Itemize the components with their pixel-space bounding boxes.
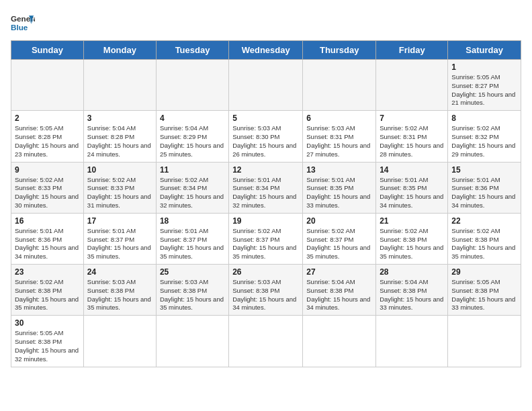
day-info: Sunrise: 5:02 AM Sunset: 8:31 PM Dayligh… (380, 124, 444, 158)
day-info: Sunrise: 5:04 AM Sunset: 8:38 PM Dayligh… (306, 278, 372, 312)
day-number: 9 (15, 165, 80, 175)
week-row-4: 16Sunrise: 5:01 AM Sunset: 8:36 PM Dayli… (11, 213, 521, 264)
calendar-cell: 9Sunrise: 5:02 AM Sunset: 8:33 PM Daylig… (11, 162, 84, 213)
logo: General Blue (11, 11, 35, 35)
week-row-2: 2Sunrise: 5:05 AM Sunset: 8:28 PM Daylig… (11, 111, 521, 162)
day-info: Sunrise: 5:01 AM Sunset: 8:36 PM Dayligh… (15, 227, 80, 261)
day-info: Sunrise: 5:04 AM Sunset: 8:28 PM Dayligh… (87, 124, 152, 158)
calendar-table: SundayMondayTuesdayWednesdayThursdayFrid… (11, 40, 521, 367)
week-row-6: 30Sunrise: 5:05 AM Sunset: 8:38 PM Dayli… (11, 316, 521, 367)
day-number: 16 (15, 216, 80, 226)
calendar-cell: 26Sunrise: 5:03 AM Sunset: 8:38 PM Dayli… (229, 265, 303, 316)
day-info: Sunrise: 5:02 AM Sunset: 8:38 PM Dayligh… (380, 227, 444, 261)
calendar-cell (376, 316, 448, 367)
calendar-cell (83, 316, 156, 367)
day-info: Sunrise: 5:02 AM Sunset: 8:38 PM Dayligh… (15, 278, 80, 312)
calendar-cell (303, 60, 376, 111)
day-info: Sunrise: 5:05 AM Sunset: 8:38 PM Dayligh… (15, 329, 80, 363)
day-number: 19 (232, 216, 299, 226)
calendar-cell: 19Sunrise: 5:02 AM Sunset: 8:37 PM Dayli… (229, 213, 303, 264)
calendar-cell: 17Sunrise: 5:01 AM Sunset: 8:37 PM Dayli… (83, 213, 156, 264)
day-info: Sunrise: 5:03 AM Sunset: 8:38 PM Dayligh… (232, 278, 299, 312)
logo-icon: General Blue (11, 11, 35, 35)
day-number: 2 (15, 113, 80, 123)
day-number: 22 (451, 216, 517, 226)
day-info: Sunrise: 5:03 AM Sunset: 8:38 PM Dayligh… (87, 278, 152, 312)
day-info: Sunrise: 5:03 AM Sunset: 8:38 PM Dayligh… (160, 278, 225, 312)
day-number: 15 (451, 165, 517, 175)
calendar-cell: 23Sunrise: 5:02 AM Sunset: 8:38 PM Dayli… (11, 265, 84, 316)
day-info: Sunrise: 5:02 AM Sunset: 8:34 PM Dayligh… (160, 176, 225, 210)
calendar-cell (11, 60, 84, 111)
week-row-3: 9Sunrise: 5:02 AM Sunset: 8:33 PM Daylig… (11, 162, 521, 213)
week-row-1: 1Sunrise: 5:05 AM Sunset: 8:27 PM Daylig… (11, 60, 521, 111)
calendar-cell: 12Sunrise: 5:01 AM Sunset: 8:34 PM Dayli… (229, 162, 303, 213)
calendar-cell (448, 316, 521, 367)
calendar-cell (156, 316, 228, 367)
day-number: 6 (306, 113, 372, 123)
week-row-5: 23Sunrise: 5:02 AM Sunset: 8:38 PM Dayli… (11, 265, 521, 316)
calendar-cell: 28Sunrise: 5:04 AM Sunset: 8:38 PM Dayli… (376, 265, 448, 316)
day-number: 26 (232, 267, 299, 277)
day-header-thursday: Thursday (303, 41, 376, 60)
day-info: Sunrise: 5:01 AM Sunset: 8:35 PM Dayligh… (380, 176, 444, 210)
day-number: 4 (160, 113, 225, 123)
calendar-cell: 27Sunrise: 5:04 AM Sunset: 8:38 PM Dayli… (303, 265, 376, 316)
day-number: 21 (380, 216, 444, 226)
calendar-cell: 4Sunrise: 5:04 AM Sunset: 8:29 PM Daylig… (156, 111, 228, 162)
day-number: 1 (451, 62, 517, 72)
calendar-cell (83, 60, 156, 111)
day-info: Sunrise: 5:03 AM Sunset: 8:30 PM Dayligh… (232, 124, 299, 158)
calendar-cell (229, 316, 303, 367)
day-number: 14 (380, 165, 444, 175)
calendar-cell: 3Sunrise: 5:04 AM Sunset: 8:28 PM Daylig… (83, 111, 156, 162)
day-header-saturday: Saturday (448, 41, 521, 60)
day-info: Sunrise: 5:04 AM Sunset: 8:29 PM Dayligh… (160, 124, 225, 158)
day-number: 17 (87, 216, 152, 226)
day-number: 20 (306, 216, 372, 226)
calendar-cell: 8Sunrise: 5:02 AM Sunset: 8:32 PM Daylig… (448, 111, 521, 162)
day-info: Sunrise: 5:02 AM Sunset: 8:33 PM Dayligh… (87, 176, 152, 210)
day-info: Sunrise: 5:02 AM Sunset: 8:37 PM Dayligh… (232, 227, 299, 261)
day-number: 25 (160, 267, 225, 277)
day-info: Sunrise: 5:01 AM Sunset: 8:36 PM Dayligh… (451, 176, 517, 210)
day-info: Sunrise: 5:01 AM Sunset: 8:37 PM Dayligh… (87, 227, 152, 261)
calendar-cell: 29Sunrise: 5:05 AM Sunset: 8:38 PM Dayli… (448, 265, 521, 316)
calendar-cell: 25Sunrise: 5:03 AM Sunset: 8:38 PM Dayli… (156, 265, 228, 316)
calendar-cell: 20Sunrise: 5:02 AM Sunset: 8:37 PM Dayli… (303, 213, 376, 264)
calendar-cell: 24Sunrise: 5:03 AM Sunset: 8:38 PM Dayli… (83, 265, 156, 316)
calendar-cell (303, 316, 376, 367)
calendar-cell: 7Sunrise: 5:02 AM Sunset: 8:31 PM Daylig… (376, 111, 448, 162)
calendar-cell (229, 60, 303, 111)
day-number: 10 (87, 165, 152, 175)
calendar-cell: 5Sunrise: 5:03 AM Sunset: 8:30 PM Daylig… (229, 111, 303, 162)
day-info: Sunrise: 5:05 AM Sunset: 8:38 PM Dayligh… (451, 278, 517, 312)
calendar-cell: 18Sunrise: 5:01 AM Sunset: 8:37 PM Dayli… (156, 213, 228, 264)
calendar-cell: 14Sunrise: 5:01 AM Sunset: 8:35 PM Dayli… (376, 162, 448, 213)
calendar-cell: 15Sunrise: 5:01 AM Sunset: 8:36 PM Dayli… (448, 162, 521, 213)
day-number: 29 (451, 267, 517, 277)
calendar-cell (156, 60, 228, 111)
day-number: 13 (306, 165, 372, 175)
day-header-monday: Monday (83, 41, 156, 60)
day-info: Sunrise: 5:05 AM Sunset: 8:27 PM Dayligh… (451, 73, 517, 107)
day-info: Sunrise: 5:02 AM Sunset: 8:37 PM Dayligh… (306, 227, 372, 261)
svg-text:Blue: Blue (11, 23, 28, 32)
calendar-cell: 2Sunrise: 5:05 AM Sunset: 8:28 PM Daylig… (11, 111, 84, 162)
calendar-cell (376, 60, 448, 111)
day-info: Sunrise: 5:01 AM Sunset: 8:35 PM Dayligh… (306, 176, 372, 210)
calendar-cell: 11Sunrise: 5:02 AM Sunset: 8:34 PM Dayli… (156, 162, 228, 213)
day-number: 18 (160, 216, 225, 226)
calendar-cell: 6Sunrise: 5:03 AM Sunset: 8:31 PM Daylig… (303, 111, 376, 162)
day-number: 30 (15, 318, 80, 328)
day-number: 27 (306, 267, 372, 277)
day-number: 7 (380, 113, 444, 123)
header: General Blue (11, 11, 521, 35)
day-header-wednesday: Wednesday (229, 41, 303, 60)
calendar-cell: 13Sunrise: 5:01 AM Sunset: 8:35 PM Dayli… (303, 162, 376, 213)
calendar-cell: 1Sunrise: 5:05 AM Sunset: 8:27 PM Daylig… (448, 60, 521, 111)
day-info: Sunrise: 5:04 AM Sunset: 8:38 PM Dayligh… (380, 278, 444, 312)
day-info: Sunrise: 5:01 AM Sunset: 8:34 PM Dayligh… (232, 176, 299, 210)
day-number: 28 (380, 267, 444, 277)
days-header-row: SundayMondayTuesdayWednesdayThursdayFrid… (11, 41, 521, 60)
